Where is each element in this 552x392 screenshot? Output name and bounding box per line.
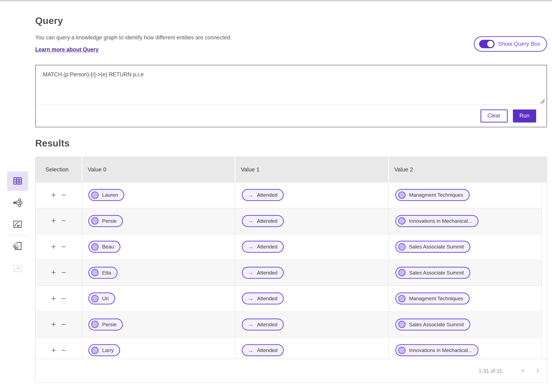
column-divider — [82, 182, 82, 359]
relation-label: Attended — [257, 244, 277, 250]
toggle-on-switch[interactable] — [479, 40, 495, 48]
node-label: Innovations in Mechanical... — [409, 348, 472, 353]
remove-from-selection-button[interactable]: − — [61, 191, 66, 199]
add-to-selection-button[interactable]: + — [51, 294, 56, 302]
add-to-selection-button[interactable]: + — [51, 320, 56, 329]
node-pill[interactable]: Beau — [88, 241, 120, 253]
node-pill[interactable]: Sales Associate Summit — [395, 241, 470, 253]
query-input[interactable]: MATCH (p:Person)-[r]->(e) RETURN p,r,e — [36, 65, 546, 105]
node-icon — [398, 217, 405, 225]
graph-frame-icon — [13, 241, 22, 251]
table-icon — [13, 177, 22, 185]
rail-divider — [7, 235, 28, 235]
query-box: MATCH (p:Person)-[r]->(e) RETURN p,r,e C… — [35, 65, 547, 127]
arrow-right-icon: → — [247, 347, 253, 353]
relation-pill[interactable]: →Attended — [242, 215, 284, 227]
node-label: Managment Techniques — [409, 192, 463, 198]
node-pill[interactable]: Sales Associate Summit — [395, 267, 470, 279]
column-header-value2: Value 2 — [388, 157, 547, 182]
remove-from-selection-button[interactable]: − — [61, 320, 66, 329]
table-row: + − Etta →Attended Sales Associate Summi… — [35, 260, 541, 286]
add-to-selection-button[interactable]: + — [51, 269, 56, 277]
show-query-box-label: Show Query Box — [498, 41, 540, 47]
page-title: Query — [35, 15, 547, 26]
node-pill[interactable]: Larry — [88, 344, 120, 356]
column-header-value0: Value 0 — [82, 157, 235, 182]
node-icon — [91, 191, 98, 199]
relation-label: Attended — [257, 270, 277, 275]
rail-item-table-view[interactable] — [7, 171, 28, 191]
remove-from-selection-button[interactable]: − — [61, 217, 66, 225]
relation-label: Attended — [257, 218, 277, 224]
remove-from-selection-button[interactable]: − — [61, 269, 66, 277]
prev-page-button[interactable] — [518, 366, 527, 375]
node-pill[interactable]: Etta — [88, 267, 117, 279]
chevron-right-icon — [536, 368, 540, 373]
next-page-button[interactable] — [533, 366, 542, 375]
rail-item-network-view[interactable] — [7, 193, 28, 213]
resize-grip-icon[interactable] — [540, 99, 545, 104]
remove-from-selection-button[interactable]: − — [61, 346, 66, 354]
node-pill[interactable]: Managment Techniques — [395, 189, 470, 201]
table-row: + − Uri →Attended Managment Techniques — [35, 286, 541, 312]
rail-item-selection-view[interactable] — [7, 259, 28, 278]
rail-item-graph-frame-view[interactable] — [7, 237, 28, 256]
node-label: Larry — [102, 348, 114, 353]
node-icon — [398, 295, 405, 302]
node-icon — [398, 269, 405, 276]
arrow-right-icon: → — [247, 270, 253, 276]
node-pill[interactable]: Lauren — [88, 189, 124, 201]
run-button[interactable]: Run — [513, 109, 536, 122]
relation-label: Attended — [257, 322, 277, 327]
description-row: You can query a knowledge graph to ident… — [35, 35, 547, 53]
node-icon — [91, 269, 98, 276]
table-body: + − Lauren →Attended Managment Technique… — [35, 182, 547, 359]
node-icon — [91, 295, 98, 302]
add-to-selection-button[interactable]: + — [51, 191, 56, 199]
dashed-box-icon — [13, 265, 22, 272]
column-divider — [541, 182, 542, 359]
node-icon — [398, 243, 405, 251]
arrow-right-icon: → — [247, 322, 253, 328]
network-icon — [13, 198, 22, 207]
add-to-selection-button[interactable]: + — [51, 243, 56, 251]
node-icon — [91, 217, 98, 225]
node-icon — [91, 321, 98, 328]
node-pill[interactable]: Persie — [88, 318, 123, 330]
main-content: Query You can query a knowledge graph to… — [35, 0, 547, 383]
table-row: + − Beau →Attended Sales Associate Summi… — [35, 234, 541, 260]
node-pill[interactable]: Managment Techniques — [395, 293, 470, 304]
learn-more-link[interactable]: Learn more about Query — [35, 47, 98, 53]
node-label: Beau — [102, 244, 114, 250]
show-query-box-toggle[interactable]: Show Query Box — [474, 36, 547, 52]
chevron-left-icon — [521, 368, 525, 373]
remove-from-selection-button[interactable]: − — [61, 294, 66, 302]
relation-pill[interactable]: →Attended — [242, 241, 284, 253]
node-pill[interactable]: Innovations in Mechanical... — [395, 215, 478, 227]
column-divider — [235, 182, 235, 359]
remove-from-selection-button[interactable]: − — [61, 243, 66, 251]
table-row: + − Persie →Attended Innovations in Mech… — [35, 208, 541, 234]
node-label: Uri — [102, 296, 109, 301]
node-icon — [398, 321, 405, 328]
relation-pill[interactable]: →Attended — [242, 293, 284, 304]
node-pill[interactable]: Uri — [88, 293, 115, 304]
relation-pill[interactable]: →Attended — [242, 318, 284, 330]
column-header-value1: Value 1 — [235, 157, 388, 182]
arrow-right-icon: → — [247, 244, 253, 250]
query-page: Query You can query a knowledge graph to… — [0, 0, 552, 392]
relation-pill[interactable]: →Attended — [242, 189, 284, 201]
clear-button[interactable]: Clear — [480, 109, 508, 122]
add-to-selection-button[interactable]: + — [51, 346, 56, 354]
table-row: + − Larry →Attended Innovations in Mecha… — [35, 337, 541, 358]
relation-pill[interactable]: →Attended — [242, 267, 284, 279]
node-label: Sales Associate Summit — [409, 244, 464, 250]
rail-item-chart-view[interactable] — [7, 214, 28, 234]
node-pill[interactable]: Sales Associate Summit — [395, 318, 470, 330]
node-pill[interactable]: Persie — [88, 215, 123, 227]
add-to-selection-button[interactable]: + — [51, 217, 56, 225]
table-footer: 1-31 of 31 — [35, 359, 547, 382]
relation-pill[interactable]: →Attended — [242, 344, 284, 356]
table-row: + − Lauren →Attended Managment Technique… — [35, 182, 541, 208]
node-pill[interactable]: Innovations in Mechanical... — [395, 344, 478, 356]
